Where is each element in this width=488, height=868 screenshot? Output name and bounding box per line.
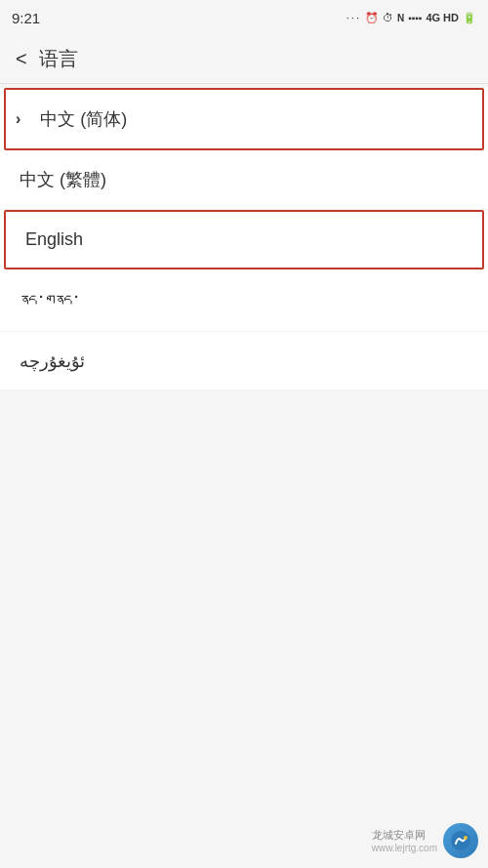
language-label-en: English (25, 229, 83, 250)
language-label-zh-hant: 中文 (繁體) (20, 168, 106, 191)
back-button[interactable]: < (16, 48, 27, 70)
language-label-uyghur: ئۇيغۇرچە (20, 351, 85, 372)
language-item-zh-hant[interactable]: 中文 (繁體) (0, 150, 488, 210)
battery-icon: 🔋 (463, 12, 476, 24)
watermark: 龙城安卓网 www.lejrtg.com (372, 823, 478, 858)
network-4g-label: 4G HD (426, 12, 459, 23)
nav-bar: < 语言 (0, 35, 488, 84)
status-bar: 9:21 ··· ⏰ ⏱ N ▪▪▪▪ 4G HD 🔋 (0, 0, 488, 35)
nfc-icon: N (397, 13, 404, 23)
status-icons: ··· ⏰ ⏱ N ▪▪▪▪ 4G HD 🔋 (346, 12, 476, 24)
page-title: 语言 (39, 46, 78, 72)
selected-arrow-icon: › (16, 110, 20, 128)
watermark-site-line2: www.lejrtg.com (372, 843, 437, 853)
language-label-tibetan: ནད་གནད་ (20, 292, 81, 312)
language-item-en[interactable]: English (4, 210, 484, 269)
signal-dots-icon: ··· (346, 12, 361, 23)
language-label-zh-hans: 中文 (简体) (40, 107, 127, 131)
alarm-icon: ⏰ (365, 12, 379, 24)
svg-point-1 (464, 836, 468, 840)
bottom-area (0, 391, 488, 868)
language-list: › 中文 (简体) 中文 (繁體) English ནད་གནད་ ئۇيغۇر… (0, 88, 488, 391)
language-item-tibetan[interactable]: ནད་གནད་ (0, 273, 488, 332)
watermark-logo-icon (443, 823, 478, 858)
language-item-uyghur[interactable]: ئۇيغۇرچە (0, 332, 488, 391)
watermark-text-block: 龙城安卓网 www.lejrtg.com (372, 828, 437, 853)
language-item-zh-hans[interactable]: › 中文 (简体) (4, 88, 484, 150)
watermark-site-line1: 龙城安卓网 (372, 828, 437, 843)
signal-bars-icon: ▪▪▪▪ (408, 13, 422, 23)
timer-icon: ⏱ (383, 12, 393, 23)
status-time: 9:21 (12, 10, 40, 26)
